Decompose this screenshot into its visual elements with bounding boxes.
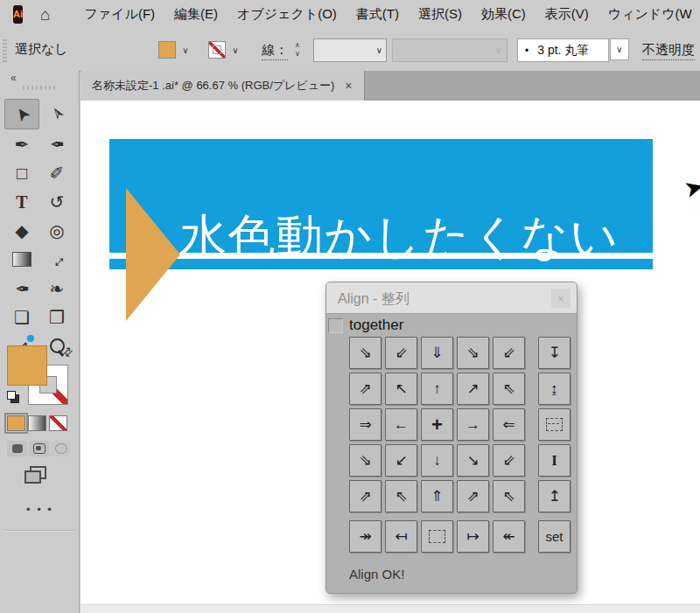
menu-item-0[interactable]: ファイル(F): [84, 6, 155, 23]
nudge-right[interactable]: ⇒: [349, 408, 382, 441]
align-hcenter-box[interactable]: [538, 408, 570, 441]
shape-builder-tool[interactable]: ❏: [4, 303, 39, 331]
align-vcenter-ibeam[interactable]: I: [538, 444, 570, 477]
none-button[interactable]: [49, 415, 67, 431]
stroke-weight-stepper[interactable]: ∧ ∨: [290, 38, 304, 61]
align-vertical[interactable]: ↨: [538, 373, 570, 405]
home-icon[interactable]: ⌂: [40, 6, 50, 23]
brush-chevron-icon[interactable]: ∨: [610, 38, 629, 60]
selection-tool[interactable]: ➤: [4, 99, 39, 129]
stroke-weight-label[interactable]: 線：: [262, 42, 288, 60]
width-tool-icon: ↔: [45, 247, 69, 271]
selection-status: 選択なし: [15, 41, 68, 58]
artboard-tool[interactable]: ❐: [39, 303, 74, 331]
nudge-up-right[interactable]: ⇗: [349, 373, 382, 405]
center-objects[interactable]: +: [421, 408, 453, 441]
draw-normal-button[interactable]: [7, 441, 27, 456]
align-palette-close-icon[interactable]: ×: [551, 289, 570, 308]
gradient-button[interactable]: [28, 415, 46, 431]
control-bar: 選択なし ∨ ∨ 線： ∧ ∨ ∨ ∨ • 3 pt. 丸筆 ∨ 不透明度: [0, 28, 700, 73]
brush-definition-combo[interactable]: • 3 pt. 丸筆: [517, 38, 609, 62]
menu-item-3[interactable]: 書式(T): [356, 6, 399, 23]
stepper-up-icon[interactable]: ∧: [295, 41, 300, 50]
opacity-label[interactable]: 不透明度: [642, 42, 695, 60]
move-left[interactable]: ←: [385, 408, 417, 441]
width-tool[interactable]: ↔: [39, 245, 74, 274]
distribute-right[interactable]: ↠: [349, 520, 382, 553]
nudge-down-left-2[interactable]: ⇙: [493, 337, 525, 369]
menu-item-6[interactable]: 表示(V): [545, 6, 589, 23]
fill-chevron-icon[interactable]: ∨: [177, 41, 194, 59]
move-right[interactable]: →: [457, 408, 489, 441]
curvature-tool[interactable]: ✒: [39, 129, 74, 158]
set-button[interactable]: set: [538, 520, 570, 553]
fill-swatch-large[interactable]: [7, 345, 47, 386]
align-left-bar[interactable]: ↤: [385, 520, 417, 553]
distribute-left[interactable]: ↞: [493, 520, 525, 553]
tab-close-icon[interactable]: ×: [345, 79, 352, 93]
type-tool[interactable]: T: [4, 187, 39, 216]
paintbrush-tool[interactable]: ✐: [39, 158, 74, 187]
nudge-down-right-2[interactable]: ⇘: [457, 337, 489, 369]
rectangle-tool[interactable]: □: [4, 158, 39, 187]
color-button[interactable]: [7, 415, 25, 431]
align-top-edge[interactable]: ↥: [538, 480, 570, 512]
nudge-up-left-2[interactable]: ⇖: [385, 480, 417, 512]
direct-selection-tool[interactable]: ➢: [39, 99, 74, 128]
edit-toolbar-ellipsis-icon[interactable]: • • •: [0, 503, 80, 516]
change-screen-mode-icon[interactable]: [24, 466, 46, 482]
move-down[interactable]: ↓: [421, 444, 453, 477]
draw-behind-button[interactable]: [29, 441, 49, 456]
eyedropper-tool[interactable]: ✒: [4, 274, 39, 303]
pen-tool[interactable]: ✒: [4, 129, 39, 158]
panel-grip-icon[interactable]: [3, 38, 7, 62]
nudge-down-right-3[interactable]: ⇘: [349, 444, 382, 477]
menu-item-5[interactable]: 効果(C): [481, 6, 526, 23]
together-checkbox[interactable]: [328, 318, 343, 333]
nudge-down-left-3[interactable]: ⇙: [493, 444, 525, 477]
align-right-bar[interactable]: ↦: [457, 520, 489, 553]
menu-item-7[interactable]: ウィンドウ(W: [608, 6, 692, 23]
nudge-up-left[interactable]: ⇖: [493, 373, 525, 405]
menu-item-1[interactable]: 編集(E): [174, 6, 218, 23]
canvas[interactable]: 水色動かしたくない ➤ Align - 整列 × together ⇘⇙⇓⇘⇙↧…: [80, 101, 700, 613]
nudge-up-right-icon: ⇗: [359, 380, 371, 398]
eraser-tool-icon: ◆: [15, 222, 28, 240]
move-down-right[interactable]: ↘: [457, 444, 489, 477]
align-center-box[interactable]: [421, 520, 453, 553]
fill-color-swatch[interactable]: [158, 41, 176, 59]
move-up-left[interactable]: ↖: [385, 373, 417, 405]
default-fill-stroke-icon[interactable]: [7, 391, 19, 402]
illustrator-logo-icon[interactable]: Ai: [13, 5, 23, 24]
horizontal-scrollbar[interactable]: [80, 604, 700, 613]
artwork-headline-text[interactable]: 水色動かしたくない: [179, 205, 620, 269]
nudge-left[interactable]: ⇐: [493, 408, 525, 441]
nudge-down-right[interactable]: ⇘: [349, 337, 382, 369]
toolbar-grip-icon[interactable]: [23, 86, 56, 90]
move-up-right[interactable]: ↗: [457, 373, 489, 405]
stroke-weight-combo[interactable]: ∨: [313, 38, 387, 62]
move-down-left[interactable]: ↙: [385, 444, 417, 477]
nudge-down[interactable]: ⇓: [421, 337, 453, 369]
menu-item-4[interactable]: 選択(S): [418, 6, 462, 23]
rotate-tool[interactable]: ↺: [39, 187, 74, 216]
move-up[interactable]: ↑: [421, 373, 453, 405]
menu-item-2[interactable]: オブジェクト(O): [237, 6, 337, 23]
nudge-up[interactable]: ⇑: [421, 480, 453, 512]
stroke-chevron-icon[interactable]: ∨: [227, 41, 244, 59]
align-palette-header[interactable]: Align - 整列 ×: [326, 282, 577, 314]
gradient-tool[interactable]: [4, 245, 39, 274]
symbol-sprayer-tool[interactable]: ❧: [39, 274, 74, 303]
collapse-panel-icon[interactable]: «: [10, 72, 17, 84]
nudge-up-left-3[interactable]: ⇖: [493, 480, 525, 512]
align-bottom-edge[interactable]: ↧: [538, 337, 570, 369]
combo1-chevron-icon[interactable]: ∨: [376, 45, 382, 55]
nudge-up-right-3[interactable]: ⇗: [457, 480, 489, 512]
stepper-down-icon[interactable]: ∨: [295, 50, 300, 59]
document-tab[interactable]: 名称未設定-1 .ai* @ 66.67 % (RGB/プレビュー) ×: [80, 71, 365, 101]
stroke-color-swatch[interactable]: [208, 41, 226, 59]
shaper-tool[interactable]: ◎: [39, 216, 74, 245]
eraser-tool[interactable]: ◆: [4, 216, 39, 245]
nudge-down-left[interactable]: ⇙: [385, 337, 417, 369]
nudge-up-right-2[interactable]: ⇗: [349, 480, 382, 512]
